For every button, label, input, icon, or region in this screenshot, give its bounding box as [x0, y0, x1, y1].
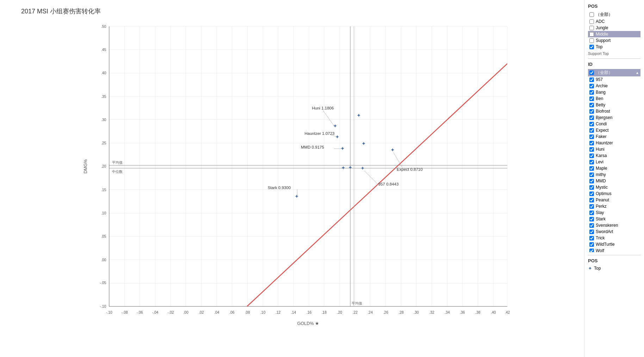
svg-text:.25: .25 — [101, 141, 106, 145]
id-stark-checkbox[interactable] — [589, 217, 594, 221]
id-stark-row[interactable]: Stark — [588, 216, 640, 222]
id-maple-row[interactable]: Maple — [588, 165, 640, 171]
id-expect-row[interactable]: Expect — [588, 127, 640, 133]
id-bang-checkbox[interactable] — [589, 90, 594, 95]
id-maple-checkbox[interactable] — [589, 166, 594, 171]
id-ben-label: Ben — [596, 96, 603, 101]
pos-jungle-row[interactable]: Jungle — [588, 25, 640, 31]
svg-text:.34: .34 — [445, 311, 450, 314]
id-peanut-row[interactable]: Peanut — [588, 197, 640, 203]
id-trick-row[interactable]: Trick — [588, 235, 640, 241]
id-betty-row[interactable]: Betty — [588, 102, 640, 108]
id-perkz-row[interactable]: Perkz — [588, 203, 640, 209]
svg-text:-.05: -.05 — [100, 281, 106, 285]
id-optimus-checkbox[interactable] — [589, 192, 594, 196]
id-optimus-row[interactable]: Optimus — [588, 190, 640, 197]
id-wolf-checkbox[interactable] — [589, 249, 594, 252]
id-mmd-checkbox[interactable] — [589, 179, 594, 183]
id-bjergsen-label: Bjergsen — [596, 115, 612, 120]
id-bjergsen-checkbox[interactable] — [589, 115, 594, 120]
id-bang-row[interactable]: Bang — [588, 89, 640, 95]
pos-adc-checkbox[interactable] — [589, 19, 594, 24]
id-957-row[interactable]: 957 — [588, 76, 640, 83]
id-expect-checkbox[interactable] — [589, 128, 594, 133]
svg-text:.16: .16 — [306, 311, 312, 314]
id-svenskeren-checkbox[interactable] — [589, 223, 594, 228]
id-huni-checkbox[interactable] — [589, 147, 594, 152]
id-archie-checkbox[interactable] — [589, 84, 594, 88]
id-mithy-checkbox[interactable] — [589, 173, 594, 177]
id-all-label: （全部） — [596, 70, 613, 76]
pos-middle-checkbox[interactable] — [589, 32, 594, 37]
pos-section-title: POS — [588, 4, 640, 9]
id-optimus-label: Optimus — [596, 191, 612, 196]
id-huni-row[interactable]: Huni — [588, 146, 640, 152]
id-archie-row[interactable]: Archie — [588, 83, 640, 89]
id-swordart-checkbox[interactable] — [589, 230, 594, 234]
id-karsa-row[interactable]: Karsa — [588, 152, 640, 159]
id-stark-label: Stark — [596, 217, 606, 221]
id-hauntzer-row[interactable]: Hauntzer — [588, 140, 640, 146]
id-bjergsen-row[interactable]: Bjergsen — [588, 114, 640, 121]
svg-text:.42: .42 — [505, 311, 510, 314]
support-top-label: Support Top — [588, 51, 640, 56]
id-957-checkbox[interactable] — [589, 77, 594, 82]
id-mystic-row[interactable]: Mystic — [588, 184, 640, 190]
pos-all-label: （全部） — [596, 12, 613, 18]
id-trick-checkbox[interactable] — [589, 236, 594, 240]
id-wildturtle-checkbox[interactable] — [589, 242, 594, 247]
id-svenskeren-row[interactable]: Svenskeren — [588, 222, 640, 228]
id-archie-label: Archie — [596, 83, 608, 88]
id-faker-row[interactable]: Faker — [588, 133, 640, 140]
id-betty-checkbox[interactable] — [589, 103, 594, 107]
id-condi-row[interactable]: Condi — [588, 121, 640, 127]
svg-text:.08: .08 — [245, 311, 250, 314]
id-all-row[interactable]: （全部） ▲ — [588, 69, 640, 76]
id-faker-checkbox[interactable] — [589, 134, 594, 139]
id-mystic-checkbox[interactable] — [589, 185, 594, 190]
pos-middle-row[interactable]: Middle — [588, 31, 640, 37]
svg-text:Huni 1.1806: Huni 1.1806 — [312, 106, 334, 110]
id-levi-row[interactable]: Levi — [588, 159, 640, 165]
id-wildturtle-row[interactable]: WildTurtle — [588, 241, 640, 248]
id-swordart-row[interactable]: SwordArt — [588, 228, 640, 235]
id-perkz-checkbox[interactable] — [589, 204, 594, 209]
svg-text:✦: ✦ — [341, 165, 346, 171]
id-mithy-row[interactable]: mithy — [588, 171, 640, 178]
id-karsa-checkbox[interactable] — [589, 154, 594, 158]
svg-text:-.06: -.06 — [137, 311, 143, 314]
svg-text:957  0.8443: 957 0.8443 — [378, 182, 399, 186]
id-ben-row[interactable]: Ben — [588, 95, 640, 102]
pos-all-checkbox[interactable] — [589, 12, 594, 17]
pos-top-checkbox[interactable] — [589, 45, 594, 49]
pos-top-row[interactable]: Top — [588, 44, 640, 50]
pos-adc-row[interactable]: ADC — [588, 18, 640, 25]
id-mithy-label: mithy — [596, 172, 606, 177]
id-wolf-row[interactable]: Wolf — [588, 248, 640, 252]
id-mmd-row[interactable]: MMD — [588, 178, 640, 184]
id-expect-label: Expect — [596, 128, 609, 133]
id-huni-label: Huni — [596, 147, 605, 152]
svg-text:✦: ✦ — [361, 141, 366, 146]
id-biofrost-row[interactable]: Biofrost — [588, 108, 640, 114]
id-slay-row[interactable]: Slay — [588, 209, 640, 216]
id-condi-checkbox[interactable] — [589, 122, 594, 126]
pos-support-row[interactable]: Support — [588, 37, 640, 44]
id-biofrost-checkbox[interactable] — [589, 109, 594, 114]
pos-support-checkbox[interactable] — [589, 38, 594, 43]
id-hauntzer-checkbox[interactable] — [589, 141, 594, 145]
svg-text:✦: ✦ — [295, 194, 299, 199]
id-ben-checkbox[interactable] — [589, 96, 594, 101]
svg-text:.00: .00 — [183, 311, 188, 314]
collapse-icon[interactable]: ▲ — [636, 71, 639, 75]
pos-jungle-checkbox[interactable] — [589, 26, 594, 30]
id-slay-checkbox[interactable] — [589, 211, 594, 215]
id-all-checkbox[interactable] — [589, 70, 594, 75]
id-levi-checkbox[interactable] — [589, 160, 594, 164]
id-peanut-checkbox[interactable] — [589, 198, 594, 202]
svg-text:.14: .14 — [291, 311, 296, 314]
pos-jungle-label: Jungle — [596, 25, 608, 30]
svg-text:.28: .28 — [398, 311, 404, 314]
pos-all-row[interactable]: （全部） — [588, 11, 640, 18]
svg-line-106 — [364, 171, 378, 185]
